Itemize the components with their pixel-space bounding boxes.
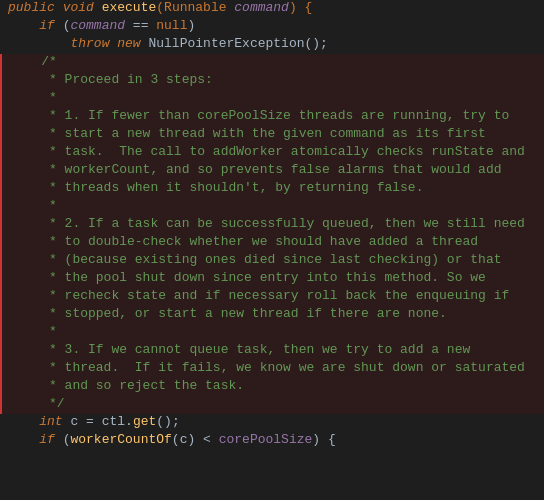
- code-token: * stopped, or start a new thread if ther…: [10, 306, 447, 321]
- code-line: * threads when it shouldn't, by returnin…: [0, 180, 544, 198]
- code-token: workerCountOf: [70, 432, 171, 447]
- code-token: =: [78, 414, 101, 429]
- code-token: ): [289, 0, 297, 15]
- code-token: [109, 36, 117, 51]
- code-token: * (because existing ones died since last…: [10, 252, 501, 267]
- code-token: * workerCount, and so prevents false ala…: [10, 162, 501, 177]
- code-editor: public void execute(Runnable command) { …: [0, 0, 544, 500]
- code-token: [8, 36, 70, 51]
- code-token: * threads when it shouldn't, by returnin…: [10, 180, 423, 195]
- code-token: ) <: [187, 432, 218, 447]
- code-token: [55, 0, 63, 15]
- code-line: */: [0, 396, 544, 414]
- code-token: {: [305, 0, 313, 15]
- code-token: (: [55, 18, 71, 33]
- code-token: (: [55, 432, 71, 447]
- code-token: *: [10, 90, 57, 105]
- code-token: Runnable: [164, 0, 226, 15]
- code-token: corePoolSize: [219, 432, 313, 447]
- code-token: * 2. If a task can be successfully queue…: [10, 216, 525, 231]
- code-token: * recheck state and if necessary roll ba…: [10, 288, 509, 303]
- code-token: execute: [102, 0, 157, 15]
- code-token: * Proceed in 3 steps:: [10, 72, 213, 87]
- code-line: * thread. If it fails, we know we are sh…: [0, 360, 544, 378]
- code-token: *: [10, 198, 57, 213]
- code-token: [141, 36, 149, 51]
- code-token: throw: [70, 36, 109, 51]
- code-token: [227, 0, 235, 15]
- code-token: [8, 414, 39, 429]
- code-line: public void execute(Runnable command) {: [0, 0, 544, 18]
- code-token: c: [70, 414, 78, 429]
- code-token: [94, 0, 102, 15]
- code-token: ) {: [312, 432, 335, 447]
- code-token: .: [125, 414, 133, 429]
- code-line: *: [0, 198, 544, 216]
- code-token: [8, 18, 39, 33]
- code-token: (: [172, 432, 180, 447]
- code-token: *: [10, 324, 57, 339]
- code-token: void: [63, 0, 94, 15]
- code-token: * to double-check whether we should have…: [10, 234, 478, 249]
- code-line: * recheck state and if necessary roll ba…: [0, 288, 544, 306]
- code-token: null: [156, 18, 187, 33]
- code-token: ();: [156, 414, 179, 429]
- code-line: * 2. If a task can be successfully queue…: [0, 216, 544, 234]
- code-token: ): [187, 18, 195, 33]
- code-token: * 3. If we cannot queue task, then we tr…: [10, 342, 470, 357]
- code-token: int: [39, 414, 62, 429]
- code-line: if (command == null): [0, 18, 544, 36]
- code-token: command: [234, 0, 289, 15]
- code-line: * start a new thread with the given comm…: [0, 126, 544, 144]
- code-token: [63, 414, 71, 429]
- code-line: * Proceed in 3 steps:: [0, 72, 544, 90]
- code-line: int c = ctl.get();: [0, 414, 544, 432]
- code-line: * workerCount, and so prevents false ala…: [0, 162, 544, 180]
- code-token: * and so reject the task.: [10, 378, 244, 393]
- code-token: /*: [10, 54, 57, 69]
- code-token: */: [10, 396, 65, 411]
- code-line: if (workerCountOf(c) < corePoolSize) {: [0, 432, 544, 450]
- code-token: NullPointerException: [148, 36, 304, 51]
- code-line: * task. The call to addWorker atomically…: [0, 144, 544, 162]
- code-line: * 1. If fewer than corePoolSize threads …: [0, 108, 544, 126]
- code-token: (: [156, 0, 164, 15]
- code-token: get: [133, 414, 156, 429]
- code-token: command: [70, 18, 125, 33]
- code-line: * (because existing ones died since last…: [0, 252, 544, 270]
- code-line: * to double-check whether we should have…: [0, 234, 544, 252]
- code-line: * the pool shut down since entry into th…: [0, 270, 544, 288]
- code-token: ==: [125, 18, 156, 33]
- code-token: * task. The call to addWorker atomically…: [10, 144, 525, 159]
- code-token: public: [8, 0, 55, 15]
- code-token: ();: [305, 36, 328, 51]
- code-token: * 1. If fewer than corePoolSize threads …: [10, 108, 509, 123]
- code-token: if: [39, 432, 55, 447]
- code-token: c: [180, 432, 188, 447]
- code-line: * stopped, or start a new thread if ther…: [0, 306, 544, 324]
- code-token: [297, 0, 305, 15]
- code-token: * start a new thread with the given comm…: [10, 126, 486, 141]
- code-line: /*: [0, 54, 544, 72]
- code-line: *: [0, 324, 544, 342]
- code-line: throw new NullPointerException();: [0, 36, 544, 54]
- code-token: [8, 432, 39, 447]
- code-token: * the pool shut down since entry into th…: [10, 270, 486, 285]
- code-token: * thread. If it fails, we know we are sh…: [10, 360, 525, 375]
- code-line: *: [0, 90, 544, 108]
- code-line: * and so reject the task.: [0, 378, 544, 396]
- code-line: * 3. If we cannot queue task, then we tr…: [0, 342, 544, 360]
- code-token: new: [117, 36, 140, 51]
- code-token: if: [39, 18, 55, 33]
- code-token: ctl: [102, 414, 125, 429]
